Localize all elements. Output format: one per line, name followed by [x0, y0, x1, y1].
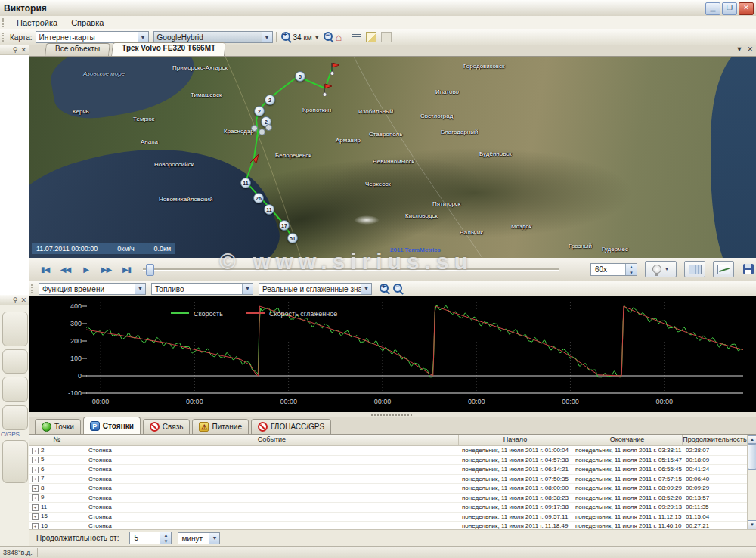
- expand-row-icon[interactable]: +: [32, 523, 39, 529]
- dock-group-box[interactable]: [2, 440, 28, 483]
- dock-group-box[interactable]: [2, 349, 28, 374]
- play-button[interactable]: ▶: [76, 265, 96, 274]
- list-icon[interactable]: [352, 34, 361, 41]
- expand-row-icon[interactable]: +: [32, 485, 39, 492]
- track-point-marker[interactable]: 11: [240, 178, 251, 188]
- col-end[interactable]: Окончание: [572, 435, 683, 445]
- values-mode-combobox[interactable]: Реальные и сглаженные значения▼: [259, 283, 372, 295]
- scale-dropdown-icon[interactable]: ▼: [314, 35, 320, 40]
- map-scale-value[interactable]: 34 км: [293, 33, 312, 42]
- home-icon[interactable]: ⌂: [336, 32, 342, 42]
- dock-group-box[interactable]: [2, 377, 28, 402]
- expand-row-icon[interactable]: +: [32, 494, 39, 501]
- tab-stops[interactable]: P Стоянки: [83, 417, 141, 434]
- zoom-out-icon[interactable]: −: [324, 32, 334, 42]
- fast-forward-button[interactable]: ▶▶: [96, 265, 116, 274]
- menu-help[interactable]: Справка: [64, 17, 110, 28]
- tab-list-dropdown-icon[interactable]: ▼: [736, 45, 743, 53]
- show-chart-panel-button[interactable]: [713, 261, 734, 277]
- chevron-down-icon[interactable]: ▼: [209, 533, 219, 544]
- restore-button[interactable]: ❐: [722, 2, 737, 15]
- table-row[interactable]: +16Стоянкапонедельник, 11 июля 2011 г. 1…: [29, 522, 747, 529]
- track-point-marker[interactable]: 51: [287, 233, 298, 243]
- pin-icon[interactable]: ⚲: [13, 296, 18, 304]
- tab-points[interactable]: Точки: [35, 419, 81, 434]
- col-number[interactable]: №: [29, 435, 85, 445]
- tab-glonass-gps[interactable]: ГЛОНАСС/GPS: [251, 419, 331, 434]
- tab-close-icon[interactable]: ✕: [747, 45, 753, 53]
- table-row[interactable]: +8Стоянкапонедельник, 11 июля 2011 г. 08…: [29, 484, 747, 494]
- finish-flag-marker[interactable]: [322, 82, 333, 96]
- spinner-arrows-icon[interactable]: ▲▼: [160, 532, 171, 544]
- track-dot-marker[interactable]: [251, 125, 258, 132]
- close-icon[interactable]: ✕: [20, 296, 26, 304]
- table-row[interactable]: +15Стоянкапонедельник, 11 июля 2011 г. 0…: [29, 513, 747, 522]
- save-icon[interactable]: [743, 264, 754, 274]
- tab-connection[interactable]: Связь: [143, 419, 191, 434]
- chart-zoom-in-icon[interactable]: +: [380, 284, 390, 294]
- track-dot-marker[interactable]: [265, 124, 272, 131]
- table-row[interactable]: +7Стоянкапонедельник, 11 июля 2011 г. 07…: [29, 475, 747, 485]
- dock-group-box[interactable]: [2, 405, 28, 430]
- track-point-marker[interactable]: 26: [253, 193, 264, 203]
- pin-icon[interactable]: ⚲: [13, 46, 18, 54]
- tab-track-volvo[interactable]: Трек Volvo FE320 Т666МТ: [111, 42, 226, 56]
- finish-flag-marker[interactable]: [330, 61, 340, 75]
- duration-unit-combobox[interactable]: минут▼: [178, 532, 220, 544]
- timeline-slider[interactable]: [143, 263, 559, 275]
- scroll-up-icon[interactable]: ▲: [748, 435, 756, 444]
- time-function-combobox[interactable]: Функция времени▼: [39, 283, 146, 295]
- chevron-down-icon[interactable]: ▼: [242, 284, 253, 294]
- minimize-button[interactable]: ▁: [705, 2, 720, 15]
- chevron-down-icon[interactable]: ▼: [135, 284, 145, 294]
- stops-table[interactable]: № Событие Начало Окончание Продолжительн…: [29, 435, 748, 529]
- expand-row-icon[interactable]: +: [32, 467, 39, 473]
- expand-row-icon[interactable]: +: [32, 504, 39, 511]
- duration-value-spinner[interactable]: 5 ▲▼: [129, 532, 172, 544]
- slider-thumb[interactable]: [146, 264, 154, 276]
- skip-end-button[interactable]: ▶▮: [116, 265, 137, 274]
- table-row[interactable]: +6Стоянкапонедельник, 11 июля 2011 г. 06…: [29, 465, 747, 475]
- balloon-toggle-button[interactable]: ▼: [645, 261, 677, 277]
- expand-row-icon[interactable]: +: [32, 513, 39, 520]
- scroll-down-icon[interactable]: ▼: [748, 520, 756, 529]
- map-source-combobox[interactable]: Интернет-карты▼: [36, 31, 149, 43]
- chevron-down-icon[interactable]: ▼: [138, 32, 148, 42]
- rewind-button[interactable]: ◀◀: [55, 265, 76, 274]
- chevron-down-icon[interactable]: ▼: [262, 32, 272, 42]
- show-map-panel-button[interactable]: [684, 261, 705, 277]
- track-point-marker[interactable]: 11: [264, 204, 274, 215]
- table-row[interactable]: +9Стоянкапонедельник, 11 июля 2011 г. 08…: [29, 494, 747, 504]
- playback-speed-spinner[interactable]: 60x ▲▼: [590, 263, 637, 276]
- col-start[interactable]: Начало: [459, 435, 572, 445]
- spinner-arrows-icon[interactable]: ▲▼: [625, 264, 637, 275]
- track-point-marker[interactable]: 17: [279, 220, 290, 231]
- col-duration[interactable]: Продолжительность: [683, 435, 747, 445]
- table-row[interactable]: +2Стоянкапонедельник, 11 июля 2011 г. 01…: [29, 446, 747, 456]
- skip-start-button[interactable]: ▮◀: [35, 265, 55, 274]
- track-point-marker[interactable]: 5: [295, 71, 305, 82]
- zoom-in-icon[interactable]: +: [281, 32, 292, 42]
- tab-power[interactable]: ⚠ Питание: [192, 419, 248, 434]
- expand-row-icon[interactable]: +: [32, 457, 39, 463]
- track-point-marker[interactable]: 2: [265, 95, 275, 105]
- col-event[interactable]: Событие: [85, 435, 459, 445]
- close-button[interactable]: ✕: [739, 2, 754, 15]
- track-point-marker[interactable]: 2: [254, 106, 265, 116]
- chevron-down-icon[interactable]: ▼: [665, 267, 669, 271]
- map-view[interactable]: Азовское мореПриморско-АхтарскГородовико…: [29, 57, 756, 258]
- tab-all-objects[interactable]: Все объекты: [45, 43, 110, 56]
- menu-settings[interactable]: Настройка: [10, 17, 64, 28]
- speed-chart[interactable]: 00:0000:0000:0000:0000:0000:0000:0040030…: [29, 296, 756, 412]
- chart-zoom-out-icon[interactable]: −: [393, 284, 404, 294]
- map-type-combobox[interactable]: GoogleHybrid▼: [153, 31, 273, 43]
- table-row[interactable]: +11Стоянкапонедельник, 11 июля 2011 г. 0…: [29, 503, 747, 513]
- dock-group-box[interactable]: [2, 312, 28, 346]
- expand-row-icon[interactable]: +: [32, 448, 39, 454]
- current-position-arrow[interactable]: [249, 153, 260, 164]
- track-dot-marker[interactable]: [259, 129, 265, 135]
- table-scrollbar[interactable]: ▲ ▼: [747, 435, 756, 529]
- expand-row-icon[interactable]: +: [32, 476, 39, 482]
- close-icon[interactable]: ✕: [20, 46, 26, 54]
- scroll-thumb[interactable]: [748, 444, 756, 470]
